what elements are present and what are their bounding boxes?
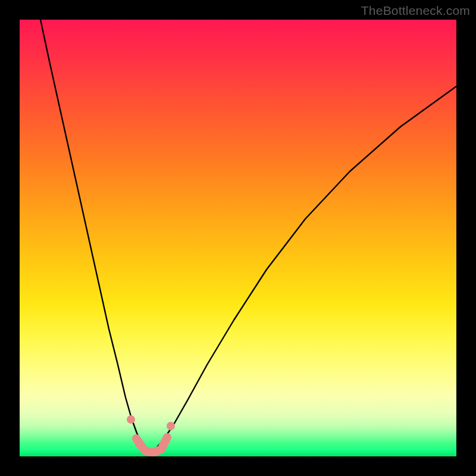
series-right-branch: [151, 86, 456, 452]
marker-valley-markers-3: [151, 448, 159, 456]
series-group: [40, 20, 456, 456]
watermark-text: TheBottleneck.com: [361, 4, 470, 18]
chart-frame: TheBottleneck.com: [0, 0, 476, 476]
curve-svg: [20, 20, 456, 456]
marker-valley-markers-5: [167, 422, 175, 430]
marker-valley-markers-1: [135, 440, 143, 448]
marker-valley-markers-0: [127, 415, 135, 424]
marker-valley-markers-2: [143, 447, 151, 456]
marker-valley-markers-4: [159, 441, 167, 450]
series-left-branch: [40, 20, 151, 452]
plot-area: [20, 20, 456, 456]
